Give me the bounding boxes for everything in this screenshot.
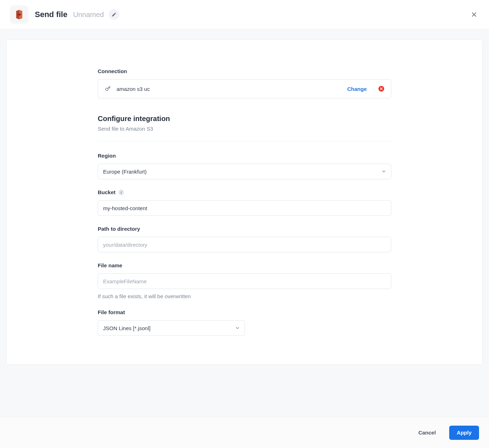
fileformat-select-wrap: JSON Lines [*.jsonl] — [98, 320, 245, 336]
connection-label: Connection — [98, 68, 391, 74]
region-label: Region — [98, 153, 391, 159]
cancel-button[interactable]: Cancel — [411, 426, 443, 440]
region-select-wrap: Europe (Frankfurt) — [98, 164, 391, 179]
close-icon — [471, 11, 478, 18]
modal-footer: Cancel Apply — [0, 417, 489, 448]
panel-shell: Connection amazon s3 uc Change Configure… — [0, 29, 489, 375]
filename-input[interactable] — [98, 273, 391, 289]
edit-name-button[interactable] — [109, 9, 119, 20]
bucket-group: Bucket i — [98, 189, 391, 216]
modal-title: Send file — [35, 10, 68, 19]
path-input[interactable] — [98, 237, 391, 252]
fileformat-group: File format JSON Lines [*.jsonl] — [98, 309, 391, 336]
connection-name: amazon s3 uc — [117, 86, 342, 92]
configure-heading: Configure integration — [98, 115, 391, 123]
pencil-icon — [112, 12, 117, 17]
bucket-label: Bucket i — [98, 189, 391, 195]
remove-connection-button[interactable] — [378, 86, 385, 92]
panel-inner: Connection amazon s3 uc Change Configure… — [98, 68, 391, 336]
fileformat-label: File format — [98, 309, 391, 315]
bucket-label-text: Bucket — [98, 189, 115, 195]
filename-group: File name If such a file exists, it will… — [98, 262, 391, 299]
region-group: Region Europe (Frankfurt) — [98, 153, 391, 179]
configure-subheading: Send file to Amazon S3 — [98, 126, 391, 132]
modal-header: Send file Unnamed — [0, 0, 489, 29]
divider — [98, 141, 391, 141]
integration-app-icon — [10, 5, 28, 24]
key-icon — [104, 85, 112, 92]
s3-icon — [14, 9, 25, 20]
filename-help: If such a file exists, it will be overwr… — [98, 293, 391, 299]
change-connection-button[interactable]: Change — [347, 86, 367, 92]
modal-subtitle: Unnamed — [73, 11, 104, 19]
path-group: Path to directory — [98, 226, 391, 252]
bucket-input[interactable] — [98, 200, 391, 216]
fileformat-select[interactable]: JSON Lines [*.jsonl] — [98, 320, 245, 336]
svg-point-0 — [17, 13, 21, 16]
close-button[interactable] — [469, 10, 479, 20]
config-panel: Connection amazon s3 uc Change Configure… — [6, 39, 483, 365]
region-select[interactable]: Europe (Frankfurt) — [98, 164, 391, 179]
filename-label: File name — [98, 262, 391, 268]
info-icon[interactable]: i — [118, 190, 124, 195]
path-label: Path to directory — [98, 226, 391, 232]
x-circle-icon — [378, 86, 384, 92]
apply-button[interactable]: Apply — [449, 426, 479, 440]
connection-box: amazon s3 uc Change — [98, 79, 391, 98]
